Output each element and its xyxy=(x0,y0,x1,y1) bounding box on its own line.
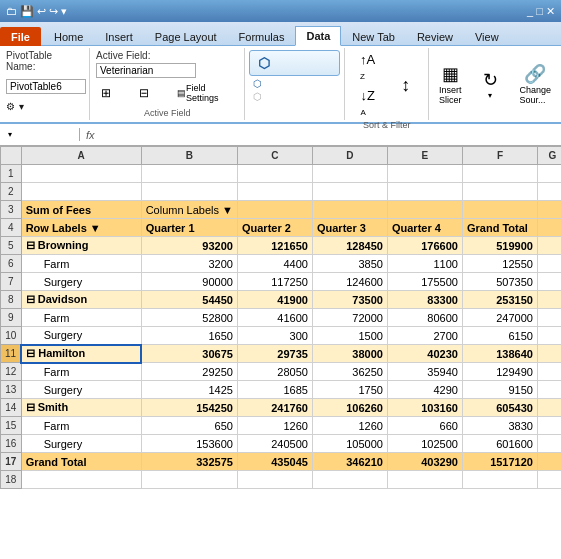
cell[interactable]: 253150 xyxy=(462,291,537,309)
cell[interactable]: 519900 xyxy=(462,237,537,255)
cell[interactable] xyxy=(537,309,561,327)
cell[interactable]: Column Labels ▼ xyxy=(141,201,237,219)
cell[interactable]: 601600 xyxy=(462,435,537,453)
cell[interactable] xyxy=(462,183,537,201)
cell[interactable]: 241760 xyxy=(237,399,312,417)
tab-new-tab[interactable]: New Tab xyxy=(341,27,406,46)
sort-button[interactable]: ↕ xyxy=(388,71,424,100)
cell[interactable] xyxy=(312,183,387,201)
cell[interactable] xyxy=(462,201,537,219)
cell[interactable]: 2700 xyxy=(387,327,462,345)
cell[interactable]: 121650 xyxy=(237,237,312,255)
cell[interactable]: 4400 xyxy=(237,255,312,273)
cell[interactable]: 128450 xyxy=(312,237,387,255)
cell[interactable]: 1260 xyxy=(237,417,312,435)
cell[interactable] xyxy=(237,471,312,489)
active-field-input[interactable] xyxy=(96,63,196,78)
tab-file[interactable]: File xyxy=(0,27,41,46)
cell[interactable]: 35940 xyxy=(387,363,462,381)
cell[interactable]: 153600 xyxy=(141,435,237,453)
cell[interactable]: 28050 xyxy=(237,363,312,381)
collapse-field-button[interactable]: ⊟ xyxy=(134,80,170,106)
col-header-C[interactable]: C xyxy=(237,147,312,165)
cell[interactable]: 176600 xyxy=(387,237,462,255)
cell[interactable]: Farm xyxy=(21,309,141,327)
cell[interactable] xyxy=(537,237,561,255)
cell[interactable]: 90000 xyxy=(141,273,237,291)
field-settings-button[interactable]: ▤ Field Settings xyxy=(172,80,238,106)
cell[interactable]: 3850 xyxy=(312,255,387,273)
cell[interactable]: 41900 xyxy=(237,291,312,309)
cell[interactable] xyxy=(462,471,537,489)
title-bar-controls[interactable]: _ □ ✕ xyxy=(527,5,555,18)
cell[interactable]: 650 xyxy=(141,417,237,435)
cell[interactable]: 4290 xyxy=(387,381,462,399)
cell[interactable]: Sum of Fees xyxy=(21,201,141,219)
sort-az-button[interactable]: ↑AZ xyxy=(350,50,386,84)
cell-ref-dropdown[interactable]: ▾ xyxy=(8,130,12,139)
cell[interactable]: 52800 xyxy=(141,309,237,327)
cell[interactable] xyxy=(537,255,561,273)
cell[interactable]: 36250 xyxy=(312,363,387,381)
cell[interactable]: 507350 xyxy=(462,273,537,291)
cell[interactable]: Farm xyxy=(21,363,141,381)
cell[interactable] xyxy=(312,471,387,489)
cell[interactable]: 103160 xyxy=(387,399,462,417)
cell[interactable]: Grand Total xyxy=(21,453,141,471)
cell[interactable]: 660 xyxy=(387,417,462,435)
cell[interactable]: Row Labels ▼ xyxy=(21,219,141,237)
cell[interactable]: 240500 xyxy=(237,435,312,453)
tab-page-layout[interactable]: Page Layout xyxy=(144,27,228,46)
cell[interactable] xyxy=(537,273,561,291)
cell[interactable] xyxy=(537,165,561,183)
cell[interactable]: 1425 xyxy=(141,381,237,399)
cell[interactable] xyxy=(312,165,387,183)
cell[interactable] xyxy=(387,201,462,219)
cell[interactable]: 175500 xyxy=(387,273,462,291)
tab-home[interactable]: Home xyxy=(43,27,94,46)
cell[interactable]: 403290 xyxy=(387,453,462,471)
cell[interactable] xyxy=(537,471,561,489)
cell-reference-box[interactable]: ▾ xyxy=(0,128,80,141)
cell[interactable]: 1517120 xyxy=(462,453,537,471)
insert-slicer-button[interactable]: ▦ InsertSlicer xyxy=(432,59,469,109)
cell[interactable]: 346210 xyxy=(312,453,387,471)
cell[interactable]: Grand Total xyxy=(462,219,537,237)
cell[interactable]: Quarter 1 xyxy=(141,219,237,237)
cell[interactable]: 6150 xyxy=(462,327,537,345)
cell[interactable]: 9150 xyxy=(462,381,537,399)
cell[interactable]: ⊟ Browning xyxy=(21,237,141,255)
col-header-F[interactable]: F xyxy=(462,147,537,165)
cell[interactable] xyxy=(387,165,462,183)
cell[interactable] xyxy=(537,183,561,201)
cell[interactable]: 40230 xyxy=(387,345,462,363)
cell[interactable]: 1650 xyxy=(141,327,237,345)
cell[interactable]: 332575 xyxy=(141,453,237,471)
cell[interactable]: 80600 xyxy=(387,309,462,327)
cell[interactable]: 117250 xyxy=(237,273,312,291)
cell[interactable]: Surgery xyxy=(21,327,141,345)
cell[interactable]: Surgery xyxy=(21,273,141,291)
cell[interactable] xyxy=(387,471,462,489)
cell[interactable]: 106260 xyxy=(312,399,387,417)
cell[interactable]: 435045 xyxy=(237,453,312,471)
cell[interactable]: 1750 xyxy=(312,381,387,399)
cell[interactable] xyxy=(387,183,462,201)
col-header-B[interactable]: B xyxy=(141,147,237,165)
cell[interactable]: 72000 xyxy=(312,309,387,327)
cell[interactable] xyxy=(21,471,141,489)
cell[interactable]: 247000 xyxy=(462,309,537,327)
refresh-button[interactable]: ↻ ▾ xyxy=(472,65,508,104)
cell[interactable]: 3830 xyxy=(462,417,537,435)
cell[interactable]: 73500 xyxy=(312,291,387,309)
cell[interactable]: ⊟ Hamilton xyxy=(21,345,141,363)
cell[interactable] xyxy=(21,183,141,201)
cell[interactable]: Quarter 3 xyxy=(312,219,387,237)
expand-field-button[interactable]: ⊞ xyxy=(96,80,132,106)
cell[interactable]: Surgery xyxy=(21,381,141,399)
ungroup-button[interactable]: ⬡ xyxy=(249,77,340,90)
cell[interactable]: Quarter 4 xyxy=(387,219,462,237)
cell[interactable]: 54450 xyxy=(141,291,237,309)
pivottable-name-input[interactable] xyxy=(6,79,86,94)
col-header-A[interactable]: A xyxy=(21,147,141,165)
